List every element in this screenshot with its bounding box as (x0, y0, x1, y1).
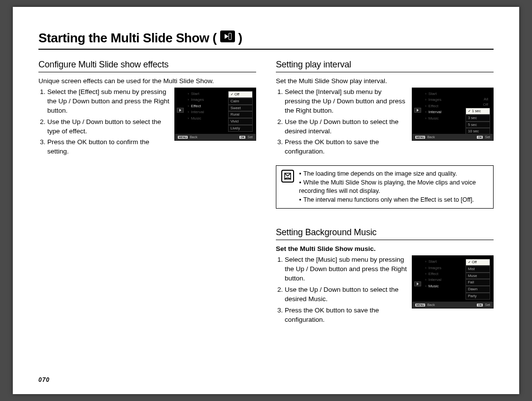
two-column-layout: Configure Multi Slide show effects Uniqu… (38, 60, 494, 326)
title-pre: Starting the Multi Slide Show ( (38, 31, 217, 45)
menu-item: Music (425, 116, 441, 122)
step: Press the OK button to confirm the setti… (47, 138, 169, 156)
step: Select the [Music] sub menu by pressing … (285, 255, 407, 283)
footer-key: OK (477, 136, 483, 139)
step: Press the OK button to save the configur… (285, 306, 407, 325)
menu-item: Music (188, 116, 204, 122)
screen-sub-menu: All Off 1 sec 3 sec 5 sec 10 sec (466, 97, 490, 135)
slideshow-play-icon (220, 31, 235, 42)
footer-label: Set (485, 303, 490, 307)
screen-footer: MENU Back OK Set (412, 134, 493, 140)
note-box: The loading time depends on the image si… (276, 165, 494, 209)
step-block: Select the [Music] sub menu by pressing … (276, 255, 494, 326)
section-intro-bold: Set the Multi Slide Show music. (276, 245, 494, 252)
steps-list: Select the [Music] sub menu by pressing … (276, 255, 407, 326)
step: Select the [Interval] sub menu by pressi… (285, 88, 407, 116)
screen-footer: MENU Back OK Set (412, 302, 493, 308)
menu-item-selected: Effect (188, 103, 204, 109)
menu-item: Start (425, 259, 441, 265)
option: 3 sec (466, 115, 490, 122)
option: Lively (228, 125, 253, 132)
note-item: While the Multi Slide Show is playing, t… (299, 179, 488, 196)
option: Party (466, 293, 490, 300)
footer-key: OK (477, 304, 483, 307)
option: Fall (466, 279, 490, 286)
section-heading-music: Setting Background Music (276, 227, 494, 240)
section-intro: Set the Multi Slide Show play interval. (276, 77, 494, 85)
option: Calm (228, 98, 253, 105)
option: Dawn (466, 286, 490, 293)
screen-main-menu: Start Images Effect Interval Music (425, 91, 441, 122)
section-heading-interval: Setting play interval (276, 60, 494, 72)
left-column: Configure Multi Slide show effects Uniqu… (38, 60, 256, 326)
steps-list: Select the [Interval] sub menu by pressi… (276, 88, 407, 158)
option: Vivid (228, 118, 253, 125)
menu-item: Interval (188, 109, 204, 115)
menu-item: Effect (425, 271, 441, 277)
menu-item-selected: Music (425, 283, 441, 289)
right-column: Setting play interval Set the Multi Slid… (276, 60, 494, 326)
manual-page: Starting the Multi Slide Show ( ) Config… (13, 7, 519, 394)
footer-label: Back (427, 135, 435, 139)
page-title-row: Starting the Multi Slide Show ( ) (38, 31, 494, 50)
section-heading-effects: Configure Multi Slide show effects (38, 60, 256, 72)
footer-label: Back (190, 135, 198, 139)
camera-screen-interval: Start Images Effect Interval Music All O… (412, 88, 494, 141)
option: Rural (228, 111, 253, 118)
note-item: The interval menu functions only when th… (299, 196, 488, 205)
screen-side-icons (177, 91, 186, 113)
step: Select the [Effect] sub menu by pressing… (47, 88, 169, 116)
title-post: ) (238, 31, 242, 45)
step-block: Select the [Interval] sub menu by pressi… (276, 88, 494, 158)
screen-side-icons (414, 91, 423, 113)
option: Mist (466, 266, 490, 273)
camera-screen-music: Start Images Effect Interval Music Off M… (412, 255, 494, 308)
footer-label: Set (485, 135, 490, 139)
menu-item: Effect (425, 103, 441, 109)
meta-value: Off (466, 102, 490, 108)
option: Sweet (228, 105, 253, 112)
section-intro: Unique screen effects can be used for th… (38, 77, 256, 85)
step: Use the Up / Down button to select the d… (285, 118, 407, 136)
play-mode-icon (414, 281, 421, 286)
page-number: 070 (38, 376, 50, 383)
footer-key: MENU (178, 136, 188, 139)
option: Muse (466, 273, 490, 279)
menu-item: Images (425, 97, 441, 103)
section-music: Setting Background Music Set the Multi S… (276, 227, 494, 326)
step: Press the OK button to save the configur… (285, 138, 407, 156)
note-item: The loading time depends on the image si… (299, 170, 488, 179)
note-icon (281, 170, 294, 183)
footer-key: OK (239, 136, 245, 139)
play-mode-icon (414, 108, 421, 113)
screen-sub-menu: Off Mist Muse Fall Dawn Party (466, 259, 490, 300)
option-selected: 1 sec (466, 108, 490, 115)
option: 5 sec (466, 122, 490, 128)
footer-label: Set (247, 135, 253, 139)
screen-main-menu: Start Images Effect Interval Music (425, 259, 441, 289)
option-selected: Off (466, 259, 490, 266)
note-list: The loading time depends on the image si… (299, 170, 488, 204)
option-selected: Off (228, 91, 253, 98)
screen-main-menu: Start Images Effect Interval Music (188, 91, 204, 122)
step: Use the Up / Down button to select the d… (285, 285, 407, 304)
camera-screen-effect: Start Images Effect Interval Music Off C… (174, 88, 256, 141)
menu-item: Interval (425, 277, 441, 283)
menu-item: Images (188, 97, 204, 103)
page-title: Starting the Multi Slide Show ( ) (38, 31, 242, 46)
meta-value: All (466, 97, 490, 102)
footer-key: MENU (415, 136, 425, 139)
footer-label: Back (427, 303, 435, 307)
screen-footer: MENU Back OK Set (175, 134, 256, 140)
menu-item-selected: Interval (425, 109, 441, 115)
footer-key: MENU (415, 304, 425, 307)
steps-list: Select the [Effect] sub menu by pressing… (38, 88, 169, 158)
play-mode-icon (177, 108, 184, 113)
screen-side-icons (414, 259, 423, 286)
screen-sub-menu: Off Calm Sweet Rural Vivid Lively (228, 91, 253, 132)
step-block: Select the [Effect] sub menu by pressing… (38, 88, 256, 158)
menu-item: Images (425, 265, 441, 271)
step: Use the Up / Down button to select the t… (47, 118, 169, 136)
menu-item: Start (425, 91, 441, 97)
menu-item: Start (188, 91, 204, 97)
